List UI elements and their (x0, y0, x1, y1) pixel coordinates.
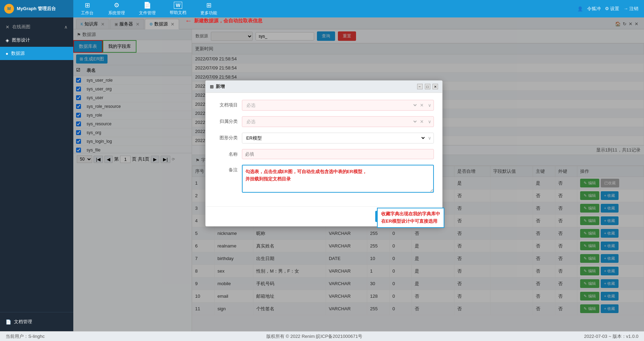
modal-title-text: 新增 (216, 83, 225, 90)
graph-design-icon: ◈ (6, 38, 9, 43)
modal-overlay: ⊞ 新增 − □ ✕ 文档项目 必选 ✕ ∨ (73, 17, 644, 331)
form-row-chart-type: 图形分类 ER模型 ∨ (214, 133, 434, 143)
doc-mgmt-icon: 📄 (6, 319, 11, 325)
footer-version: 2022-07-03 ~ 版本：v1.0.0 (584, 333, 638, 340)
category-label: 归属分类 (214, 116, 242, 125)
category-field: 必选 ✕ ∨ (242, 116, 434, 127)
header-nav: ⊞ 工作台 ⚙ 系统管理 📄 文件管理 W 帮助文档 ⊞ 更多功能 (73, 0, 577, 17)
comment-label: 备注 (214, 165, 242, 173)
form-row-comment: 备注 勾选表，点击生成ER图，可自动生成包含选中表的ER模型， 并挂载到指定文档… (214, 165, 434, 194)
sidebar-item-doc-mgmt[interactable]: 📄 文档管理 (0, 315, 73, 328)
footer: 当前用户：S-linghc 版权所有 © 2022 Renim 皖ICP备202… (0, 331, 644, 341)
app-logo: M MyGraph 管理后台 (0, 0, 73, 17)
nav-file-label: 文件管理 (139, 10, 156, 16)
app-title: MyGraph 管理后台 (17, 6, 56, 12)
file-icon: 📄 (143, 1, 151, 9)
sidebar-item-graph-design[interactable]: ◈ 图形设计 (0, 34, 73, 47)
nav-workbench[interactable]: ⊞ 工作台 (73, 0, 101, 17)
modal-icon: ⊞ (210, 84, 214, 89)
sidebar-bottom: 📄 文档管理 (0, 312, 73, 331)
help-icon: W (174, 2, 182, 9)
form-row-name: 名称 (214, 149, 434, 159)
chart-type-select-wrap: ER模型 ∨ (242, 133, 434, 143)
sidebar-item-label-datasource: 数据源 (11, 50, 25, 57)
modal-body: 文档项目 必选 ✕ ∨ 归属分类 必选 (206, 93, 442, 206)
name-input[interactable] (242, 149, 434, 159)
doc-project-select[interactable]: 必选 (242, 100, 418, 110)
nav-system[interactable]: ⚙ 系统管理 (101, 0, 132, 17)
sidebar-section-main: ✕ 在线画图 ∧ ◈ 图形设计 ● 数据源 (0, 17, 73, 63)
modal-title: ⊞ 新增 (210, 83, 225, 90)
sidebar-section-header-drawing[interactable]: ✕ 在线画图 ∧ (0, 20, 73, 34)
header: M MyGraph 管理后台 ⊞ 工作台 ⚙ 系统管理 📄 文件管理 W 帮助文… (0, 0, 644, 17)
header-right: 👤 令狐冲 ⚙ 设置 → 注销 (577, 6, 644, 12)
nav-workbench-label: 工作台 (81, 10, 94, 16)
modal-minimize-btn[interactable]: − (417, 84, 423, 89)
doc-project-clear-btn[interactable]: ✕ (418, 101, 426, 109)
sidebar-drawing-label: 在线画图 (12, 24, 30, 30)
chart-type-field: ER模型 ∨ (242, 133, 434, 143)
modal-header: ⊞ 新增 − □ ✕ (206, 81, 442, 93)
doc-project-select-wrap: 必选 ✕ ∨ (242, 100, 434, 111)
sidebar-item-datasource[interactable]: ● 数据源 (0, 47, 73, 60)
modal-close-btn[interactable]: ✕ (432, 84, 438, 89)
system-icon: ⚙ (114, 1, 119, 9)
footer-copyright: 版权所有 © 2022 Renim 皖ICP备2021000671号 (266, 333, 362, 340)
modal-expand-btn[interactable]: □ (425, 84, 430, 89)
doc-project-field: 必选 ✕ ∨ (242, 100, 434, 111)
settings-link[interactable]: ⚙ 设置 (605, 6, 620, 12)
category-select-wrap: 必选 ✕ ∨ (242, 116, 434, 127)
collect-annotation: 收藏字典出现在我的字典库中在ER模型设计中可直接选用 (377, 208, 444, 228)
logout-link[interactable]: → 注销 (623, 6, 638, 12)
chart-type-label: 图形分类 (214, 133, 242, 141)
sidebar: ✕ 在线画图 ∧ ◈ 图形设计 ● 数据源 📄 文档管理 (0, 17, 73, 331)
footer-user: 当前用户：S-linghc (6, 333, 45, 340)
nav-help[interactable]: W 帮助文档 (163, 0, 193, 17)
user-icon: 👤 (577, 6, 583, 12)
sidebar-item-label-doc-mgmt: 文档管理 (14, 319, 32, 325)
chart-type-dropdown-btn[interactable]: ∨ (426, 134, 434, 142)
nav-file[interactable]: 📄 文件管理 (132, 0, 163, 17)
nav-more-label: 更多功能 (200, 10, 217, 16)
annotation-new-datasource: ← 新建数据源，会自动拉取表信息 (185, 17, 262, 25)
chart-type-select[interactable]: ER模型 (242, 133, 426, 143)
more-icon: ⊞ (206, 1, 212, 9)
nav-system-label: 系统管理 (108, 10, 125, 16)
modal-new: ⊞ 新增 − □ ✕ 文档项目 必选 ✕ ∨ (205, 80, 443, 227)
category-clear-btn[interactable]: ✕ (418, 118, 426, 126)
chevron-icon: ∧ (64, 24, 68, 30)
nav-more[interactable]: ⊞ 更多功能 (193, 0, 224, 17)
nav-help-label: 帮助文档 (170, 10, 186, 16)
modal-controls: − □ ✕ (417, 84, 438, 89)
name-label: 名称 (214, 149, 242, 157)
category-dropdown-btn[interactable]: ∨ (426, 118, 434, 126)
username: 令狐冲 (587, 6, 601, 12)
form-row-doc-project: 文档项目 必选 ✕ ∨ (214, 100, 434, 111)
workbench-icon: ⊞ (85, 1, 90, 9)
doc-project-dropdown-btn[interactable]: ∨ (426, 101, 434, 109)
datasource-icon: ● (6, 51, 8, 56)
comment-field: 勾选表，点击生成ER图，可自动生成包含选中表的ER模型， 并挂载到指定文档目录 (242, 165, 434, 194)
category-select[interactable]: 必选 (242, 117, 418, 127)
comment-textarea[interactable]: 勾选表，点击生成ER图，可自动生成包含选中表的ER模型， 并挂载到指定文档目录 (242, 165, 434, 193)
close-icon: ✕ (6, 24, 9, 30)
sidebar-item-label-graph-design: 图形设计 (12, 37, 30, 43)
form-row-category: 归属分类 必选 ✕ ∨ (214, 116, 434, 127)
name-field (242, 149, 434, 159)
doc-project-label: 文档项目 (214, 100, 242, 108)
logo-icon: M (4, 4, 14, 14)
